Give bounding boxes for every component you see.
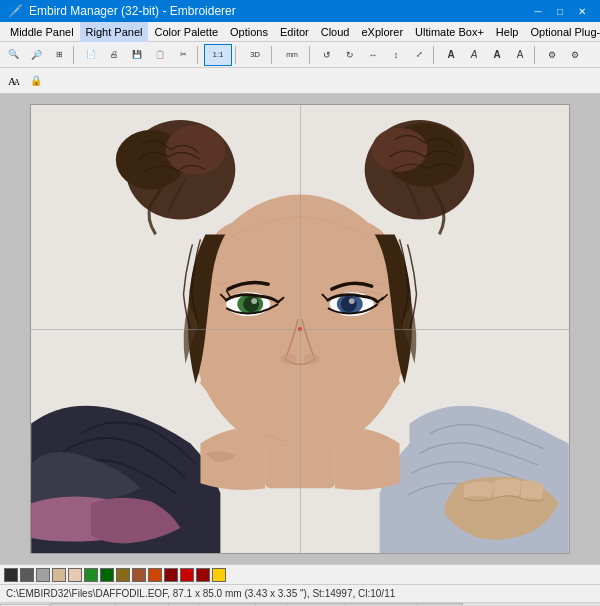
- lock-button[interactable]: 🔒: [26, 71, 46, 91]
- tab-bar: Normal 1:1 Normal Stitches 3D 3D Matte 1…: [0, 602, 600, 606]
- measure-mm[interactable]: mm: [278, 44, 306, 66]
- color-swatch-row: [0, 564, 600, 584]
- title-bar: 🪡 Embird Manager (32-bit) - Embroiderer …: [0, 0, 600, 22]
- color-swatch-13[interactable]: [212, 568, 226, 582]
- color-swatch-8[interactable]: [132, 568, 146, 582]
- app-icon: 🪡: [8, 4, 23, 18]
- second-toolbar: AA 🔒: [0, 68, 600, 94]
- view-1to1-button[interactable]: 1:1: [204, 44, 232, 66]
- menu-cloud[interactable]: Cloud: [315, 22, 356, 42]
- menu-ultimate-box[interactable]: Ultimate Box+: [409, 22, 490, 42]
- svg-point-12: [243, 296, 259, 312]
- color-swatch-12[interactable]: [196, 568, 210, 582]
- close-button[interactable]: ✕: [572, 3, 592, 19]
- zoom-out-button[interactable]: 🔎: [25, 44, 47, 66]
- menu-help[interactable]: Help: [490, 22, 525, 42]
- color-swatch-2[interactable]: [36, 568, 50, 582]
- settings2[interactable]: ⚙: [564, 44, 586, 66]
- svg-point-16: [341, 296, 357, 312]
- minimize-button[interactable]: ─: [528, 3, 548, 19]
- menu-optional-plugins[interactable]: Optional Plug-ins: [524, 22, 600, 42]
- tool3[interactable]: 💾: [126, 44, 148, 66]
- color-swatch-5[interactable]: [84, 568, 98, 582]
- fit-button[interactable]: ⊞: [48, 44, 70, 66]
- font-button[interactable]: AA: [4, 71, 24, 91]
- rotate-ccw[interactable]: ↺: [316, 44, 338, 66]
- color-swatch-11[interactable]: [180, 568, 194, 582]
- color-swatch-1[interactable]: [20, 568, 34, 582]
- text-bold[interactable]: A: [486, 44, 508, 66]
- text-format[interactable]: A: [509, 44, 531, 66]
- menu-middle-panel[interactable]: Middle Panel: [4, 22, 80, 42]
- tool4[interactable]: 📋: [149, 44, 171, 66]
- scale[interactable]: ⤢: [408, 44, 430, 66]
- color-swatch-4[interactable]: [68, 568, 82, 582]
- portrait-svg: [31, 105, 569, 553]
- svg-point-18: [280, 354, 296, 364]
- flip-v[interactable]: ↕: [385, 44, 407, 66]
- svg-text:A: A: [14, 78, 20, 87]
- color-swatch-3[interactable]: [52, 568, 66, 582]
- status-text: C:\EMBIRD32\Files\DAFFODIL.EOF, 87.1 x 8…: [6, 588, 395, 599]
- window-controls[interactable]: ─ □ ✕: [528, 3, 592, 19]
- menu-options[interactable]: Options: [224, 22, 274, 42]
- tool2[interactable]: 🖨: [103, 44, 125, 66]
- flip-h[interactable]: ↔: [362, 44, 384, 66]
- main-toolbar: 🔍 🔎 ⊞ 📄 🖨 💾 📋 ✂ 1:1 3D mm ↺ ↻ ↔ ↕ ⤢ A A …: [0, 42, 600, 68]
- menu-editor[interactable]: Editor: [274, 22, 315, 42]
- text-italic[interactable]: A: [463, 44, 485, 66]
- menu-bar: Middle Panel Right Panel Color Palette O…: [0, 22, 600, 42]
- view-3d-button[interactable]: 3D: [242, 44, 268, 66]
- settings1[interactable]: ⚙: [541, 44, 563, 66]
- menu-color-palette[interactable]: Color Palette: [148, 22, 224, 42]
- window-title: Embird Manager (32-bit) - Embroiderer: [29, 4, 236, 18]
- svg-point-13: [251, 298, 257, 304]
- svg-point-17: [349, 298, 355, 304]
- zoom-in-button[interactable]: 🔍: [2, 44, 24, 66]
- menu-right-panel[interactable]: Right Panel: [80, 22, 149, 42]
- svg-point-20: [298, 327, 302, 331]
- color-swatch-7[interactable]: [116, 568, 130, 582]
- maximize-button[interactable]: □: [550, 3, 570, 19]
- canvas-area: [0, 94, 600, 564]
- color-swatch-0[interactable]: [4, 568, 18, 582]
- color-swatch-9[interactable]: [148, 568, 162, 582]
- menu-explorer[interactable]: eXplorer: [355, 22, 409, 42]
- status-bar: C:\EMBIRD32\Files\DAFFODIL.EOF, 87.1 x 8…: [0, 584, 600, 602]
- tool5[interactable]: ✂: [172, 44, 194, 66]
- color-swatch-10[interactable]: [164, 568, 178, 582]
- tool1[interactable]: 📄: [80, 44, 102, 66]
- color-swatch-6[interactable]: [100, 568, 114, 582]
- text-tool[interactable]: A: [440, 44, 462, 66]
- rotate-cw[interactable]: ↻: [339, 44, 361, 66]
- svg-point-19: [304, 354, 320, 364]
- embroidery-canvas[interactable]: [30, 104, 570, 554]
